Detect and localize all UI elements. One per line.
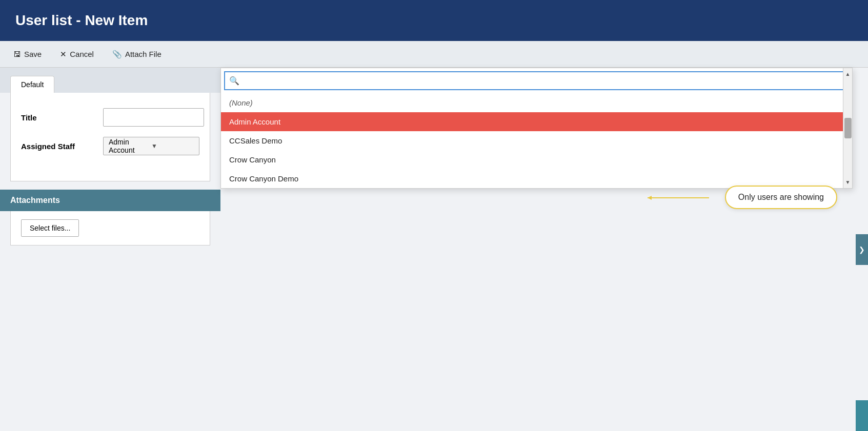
- left-panel: Default Title Assigned Staff Admin Accou…: [0, 68, 220, 431]
- dropdown-option-none[interactable]: (None): [221, 93, 852, 112]
- form-area: Title Assigned Staff Admin Account ▼: [10, 93, 210, 181]
- select-files-button[interactable]: Select files...: [21, 219, 79, 237]
- dropdown-search-input[interactable]: [243, 74, 844, 87]
- expand-panel-button[interactable]: ❯: [856, 234, 868, 265]
- page-header: User list - New Item: [0, 0, 868, 41]
- assigned-staff-value: Admin Account: [109, 138, 151, 154]
- dropdown-popup: 🔍 (None) Admin Account CCSales Demo Crow…: [220, 68, 853, 189]
- expand-icon: ❯: [859, 245, 865, 254]
- content-area: Default Title Assigned Staff Admin Accou…: [0, 68, 868, 431]
- title-input[interactable]: [103, 108, 204, 127]
- dropdown-arrow-icon: ▼: [151, 142, 194, 150]
- bottom-teal-indicator: [856, 400, 868, 431]
- tooltip-bubble: Only users are showing: [725, 186, 837, 209]
- attachments-body: Select files...: [10, 211, 210, 245]
- dropdown-search-container: 🔍: [224, 71, 849, 90]
- title-row: Title: [21, 108, 199, 127]
- assigned-staff-row: Assigned Staff Admin Account ▼: [21, 137, 199, 155]
- save-button[interactable]: 🖫 Save: [10, 48, 45, 60]
- dropdown-option-ccsales-demo[interactable]: CCSales Demo: [221, 131, 852, 150]
- right-panel: 🔍 (None) Admin Account CCSales Demo Crow…: [220, 68, 868, 431]
- assigned-staff-label: Assigned Staff: [21, 142, 93, 151]
- tab-bar: Default: [0, 68, 220, 93]
- page-title: User list - New Item: [15, 12, 148, 29]
- save-icon: 🖫: [13, 50, 21, 58]
- attach-icon: 📎: [112, 50, 122, 59]
- tooltip-line: [648, 197, 709, 198]
- scrollbar-thumb[interactable]: [844, 118, 852, 138]
- attachments-header: Attachments: [0, 190, 220, 211]
- scroll-down-arrow[interactable]: ▼: [844, 177, 852, 187]
- toolbar: 🖫 Save ✕ Cancel 📎 Attach File: [0, 41, 868, 68]
- dropdown-scrollbar[interactable]: ▲ ▼: [843, 68, 852, 188]
- attach-file-button[interactable]: 📎 Attach File: [109, 48, 165, 61]
- dropdown-option-crow-canyon[interactable]: Crow Canyon: [221, 150, 852, 169]
- dropdown-option-admin-account[interactable]: Admin Account: [221, 112, 852, 131]
- search-icon: 🔍: [229, 76, 239, 86]
- assigned-staff-dropdown[interactable]: Admin Account ▼: [103, 137, 199, 155]
- tab-default[interactable]: Default: [10, 76, 54, 93]
- cancel-button[interactable]: ✕ Cancel: [57, 48, 97, 61]
- scroll-up-arrow[interactable]: ▲: [844, 69, 852, 79]
- cancel-icon: ✕: [60, 50, 67, 59]
- title-label: Title: [21, 113, 93, 122]
